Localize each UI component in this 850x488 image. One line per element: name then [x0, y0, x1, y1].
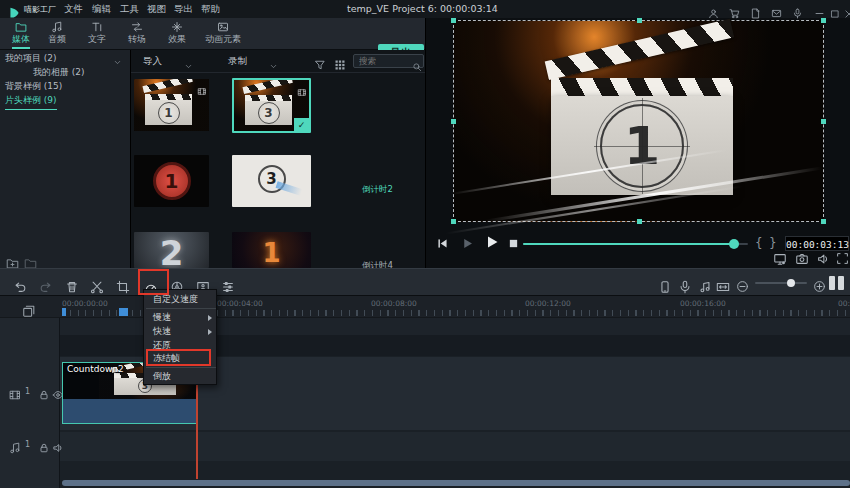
register-icon[interactable] — [750, 3, 761, 22]
track-header-column: 1 1 — [0, 318, 60, 488]
zoom-slider-thumb[interactable] — [787, 279, 795, 287]
phone-marker-icon[interactable] — [658, 276, 672, 295]
tab-effects[interactable]: 效果 — [156, 21, 198, 47]
menu-item-slow[interactable]: 慢速 — [144, 311, 218, 324]
transition-icon — [131, 21, 143, 33]
add-music-icon[interactable] — [698, 276, 712, 295]
media-item-label: 倒计时2 — [362, 184, 393, 196]
selection-handle[interactable] — [637, 18, 642, 23]
menu-edit[interactable]: 编辑 — [92, 3, 111, 16]
selection-handle[interactable] — [451, 219, 456, 224]
media-item-countdown4[interactable]: 3 — [232, 155, 311, 207]
snapshot-camera-icon[interactable] — [795, 248, 809, 267]
timeline-lane — [60, 461, 850, 479]
timeline-ruler[interactable]: 00:00:00:00 00:00:04:00 00:00:08:00 00:0… — [0, 296, 850, 318]
volume-icon[interactable] — [816, 248, 830, 267]
import-button[interactable]: 导入 — [143, 55, 162, 68]
lock-icon[interactable] — [38, 437, 50, 456]
split-scissors-icon[interactable] — [90, 276, 104, 295]
countdown3-thumbnail: 1 — [153, 162, 191, 200]
menu-item-reverse[interactable]: 倒放 — [144, 370, 218, 383]
submenu-arrow-icon — [208, 329, 212, 335]
music-icon — [51, 21, 63, 33]
submenu-arrow-icon — [208, 315, 212, 321]
lock-icon[interactable] — [38, 384, 50, 403]
sidebar-item-intro-samples[interactable]: 片头样例 (9) — [5, 94, 57, 110]
render-marker — [62, 308, 66, 316]
feedback-mail-icon[interactable] — [771, 3, 782, 22]
chevron-down-icon[interactable] — [113, 52, 122, 71]
fit-timeline-icon[interactable] — [716, 276, 730, 295]
menu-export[interactable]: 导出 — [174, 3, 193, 16]
preview-video-frame[interactable]: 1 — [453, 20, 824, 222]
ruler-label: 00:00:16:00 — [680, 299, 726, 308]
play-backward-button[interactable] — [461, 233, 474, 252]
sidebar-item-my-album[interactable]: 我的相册 (2) — [33, 66, 85, 79]
manage-tracks-icon[interactable] — [22, 300, 36, 319]
account-icon[interactable] — [708, 3, 719, 22]
menu-view[interactable]: 视图 — [147, 3, 166, 16]
selection-handle[interactable] — [451, 18, 456, 23]
zoom-in-icon[interactable] — [813, 276, 826, 295]
media-item-countdown5[interactable]: 2 — [134, 232, 209, 268]
tab-audio[interactable]: 音频 — [36, 21, 78, 47]
seek-bar[interactable] — [523, 243, 748, 245]
voiceover-mic-icon[interactable] — [678, 276, 692, 295]
previous-frame-button[interactable] — [436, 233, 449, 252]
layout-toggle-icon[interactable] — [829, 276, 835, 290]
sidebar-item-background-samples[interactable]: 背景样例 (15) — [5, 80, 62, 93]
menu-help[interactable]: 帮助 — [201, 3, 220, 16]
countdown5-thumbnail: 2 — [160, 233, 184, 268]
app-logo-text: 喵影工厂 — [24, 4, 56, 15]
media-item-countdown2[interactable]: 3 ✓ — [232, 78, 311, 133]
fullscreen-icon[interactable] — [836, 248, 849, 267]
record-button[interactable]: 录制 — [228, 55, 247, 68]
mark-in-button[interactable]: { — [755, 236, 763, 250]
redo-icon[interactable] — [39, 276, 53, 295]
tab-text[interactable]: 文字 — [76, 21, 118, 47]
undo-icon[interactable] — [13, 276, 27, 295]
layout-toggle-icon[interactable] — [838, 276, 844, 290]
delete-icon[interactable] — [65, 276, 79, 295]
menu-file[interactable]: 文件 — [64, 3, 83, 16]
play-button[interactable] — [484, 231, 500, 250]
menu-item-fast[interactable]: 快速 — [144, 325, 218, 338]
tab-transition[interactable]: 转场 — [116, 21, 158, 47]
dual-display-icon[interactable] — [773, 248, 787, 267]
tab-elements[interactable]: 动画元素 — [194, 21, 252, 47]
horizontal-scrollbar[interactable] — [62, 480, 850, 486]
selection-handle[interactable] — [451, 119, 456, 124]
ruler-label: 00:00:12:00 — [525, 299, 571, 308]
selection-handle[interactable] — [821, 119, 826, 124]
ruler-label: 00: — [838, 299, 850, 308]
seek-bar-thumb[interactable] — [729, 239, 739, 249]
render-marker — [119, 308, 128, 316]
filter-icon[interactable] — [314, 54, 326, 73]
timeline-zoom-slider[interactable] — [755, 282, 807, 284]
adjust-sliders-icon[interactable] — [221, 276, 235, 295]
sidebar-item-my-projects[interactable]: 我的项目 (2) — [5, 52, 57, 65]
crop-icon[interactable] — [116, 276, 130, 295]
stop-button[interactable] — [507, 233, 520, 252]
grid-view-icon[interactable] — [334, 54, 346, 73]
media-item-countdown6[interactable]: 1 — [232, 232, 311, 268]
selection-handle[interactable] — [821, 219, 826, 224]
cart-icon[interactable] — [729, 3, 740, 22]
audio-track-lane[interactable] — [60, 432, 850, 461]
record-voice-icon[interactable] — [792, 3, 803, 22]
zoom-out-icon[interactable] — [736, 276, 749, 295]
text-icon — [91, 21, 103, 33]
selected-check-icon: ✓ — [294, 118, 309, 131]
mute-speaker-icon[interactable] — [52, 437, 64, 456]
maximize-button[interactable] — [830, 3, 840, 22]
minimize-button[interactable] — [814, 3, 825, 22]
video-badge-icon — [297, 82, 307, 101]
close-button[interactable] — [844, 3, 850, 22]
media-item-countdown1[interactable]: 1 — [134, 79, 209, 131]
media-panel: 导入 录制 1 倒计时1 3 ✓ 倒计时2 1 倒计时3 3 — [130, 50, 425, 268]
audio-track-icon — [9, 437, 21, 456]
selection-handle[interactable] — [637, 219, 642, 224]
video-track-number: 1 — [25, 387, 30, 396]
media-item-countdown3[interactable]: 1 — [134, 155, 209, 207]
menu-tools[interactable]: 工具 — [120, 3, 139, 16]
